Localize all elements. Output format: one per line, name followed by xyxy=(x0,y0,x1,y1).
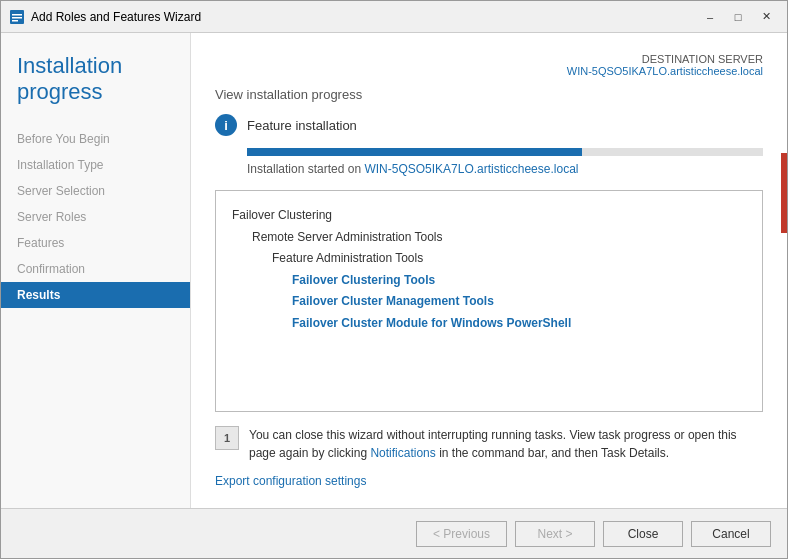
main-content: Installation progress Before You Begin I… xyxy=(1,33,787,508)
red-accent-bar xyxy=(781,153,787,233)
info-highlight: Notifications xyxy=(370,446,435,460)
notification-icon: 1 xyxy=(215,426,239,450)
destination-label: DESTINATION SERVER xyxy=(642,53,763,65)
section-title: View installation progress xyxy=(215,87,763,102)
server-name: WIN-5QSO5IKA7LO.artisticcheese.local xyxy=(215,65,763,77)
previous-button[interactable]: < Previous xyxy=(416,521,507,547)
nav-item-results[interactable]: Results xyxy=(1,282,190,308)
cancel-button[interactable]: Cancel xyxy=(691,521,771,547)
footer: < Previous Next > Close Cancel xyxy=(1,508,787,558)
page-title-section: Installation progress xyxy=(1,53,190,126)
left-panel: Installation progress Before You Begin I… xyxy=(1,33,191,508)
svg-rect-3 xyxy=(12,20,18,22)
feature-failover-clustering: Failover Clustering xyxy=(232,205,746,227)
svg-rect-1 xyxy=(12,14,22,16)
feature-admin-tools: Feature Administration Tools xyxy=(232,248,746,270)
install-server-link: WIN-5QSO5IKA7LO.artisticcheese.local xyxy=(364,162,578,176)
right-panel: DESTINATION SERVER WIN-5QSO5IKA7LO.artis… xyxy=(191,33,787,508)
nav-item-confirmation[interactable]: Confirmation xyxy=(1,256,190,282)
nav-item-before-you-begin[interactable]: Before You Begin xyxy=(1,126,190,152)
feature-remote-admin-tools: Remote Server Administration Tools xyxy=(232,227,746,249)
info-text-2: in the command bar, and then Task Detail… xyxy=(436,446,669,460)
progress-bar-fill xyxy=(247,148,582,156)
progress-bar-container xyxy=(247,148,763,156)
info-box-text: You can close this wizard without interr… xyxy=(249,426,763,462)
close-button[interactable]: Close xyxy=(603,521,683,547)
install-started-text: Installation started on WIN-5QSO5IKA7LO.… xyxy=(247,162,763,176)
page-title: Installation progress xyxy=(17,53,174,106)
feature-install-row: i Feature installation xyxy=(215,114,763,136)
close-window-button[interactable]: ✕ xyxy=(753,7,779,27)
next-button[interactable]: Next > xyxy=(515,521,595,547)
minimize-button[interactable]: – xyxy=(697,7,723,27)
nav-item-server-roles[interactable]: Server Roles xyxy=(1,204,190,230)
app-icon xyxy=(9,9,25,25)
nav-item-features[interactable]: Features xyxy=(1,230,190,256)
nav-list: Before You Begin Installation Type Serve… xyxy=(1,126,190,308)
info-box: 1 You can close this wizard without inte… xyxy=(215,426,763,462)
features-box: Failover Clustering Remote Server Admini… xyxy=(215,190,763,412)
nav-item-installation-type[interactable]: Installation Type xyxy=(1,152,190,178)
feature-cluster-mgmt: Failover Cluster Management Tools xyxy=(232,291,746,313)
feature-install-label: Feature installation xyxy=(247,118,357,133)
title-bar-text: Add Roles and Features Wizard xyxy=(31,10,697,24)
export-link[interactable]: Export configuration settings xyxy=(215,474,763,488)
title-bar-controls: – □ ✕ xyxy=(697,7,779,27)
info-circle-icon: i xyxy=(215,114,237,136)
feature-cluster-powershell: Failover Cluster Module for Windows Powe… xyxy=(232,313,746,335)
svg-rect-2 xyxy=(12,17,22,19)
nav-item-server-selection[interactable]: Server Selection xyxy=(1,178,190,204)
feature-clustering-tools: Failover Clustering Tools xyxy=(232,270,746,292)
title-bar: Add Roles and Features Wizard – □ ✕ xyxy=(1,1,787,33)
maximize-button[interactable]: □ xyxy=(725,7,751,27)
destination-server-info: DESTINATION SERVER WIN-5QSO5IKA7LO.artis… xyxy=(215,53,763,77)
